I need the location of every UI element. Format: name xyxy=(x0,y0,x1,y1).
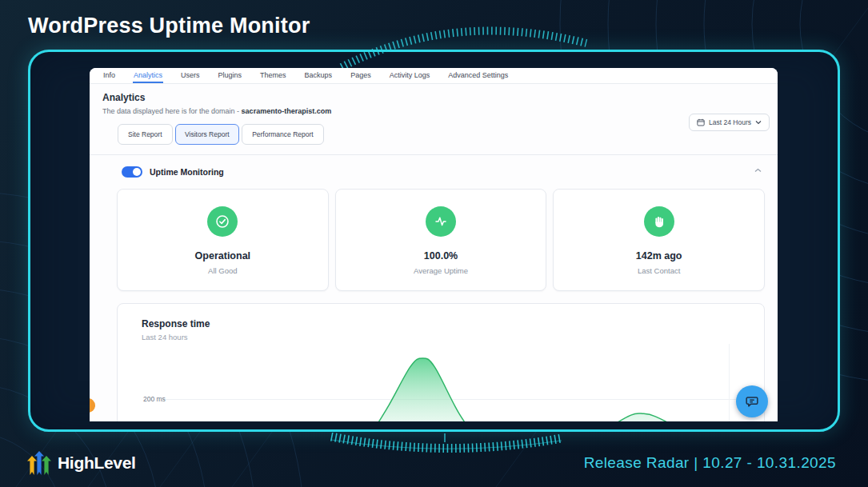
footer-bar: HighLevel Release Radar | 10.27 - 10.31.… xyxy=(0,445,868,487)
chevron-up-icon[interactable] xyxy=(754,168,762,173)
page-title: WordPress Uptime Monitor xyxy=(28,14,310,38)
highlevel-arrows-icon xyxy=(26,449,53,477)
response-time-area-chart xyxy=(118,304,765,421)
highlevel-logo: HighLevel xyxy=(26,449,136,477)
tab-themes[interactable]: Themes xyxy=(259,68,287,83)
response-time-card: 200 ms Response time Last 24 hours xyxy=(117,303,765,421)
status-label: Last Contact xyxy=(638,266,680,275)
uptime-monitoring-row: Uptime Monitoring xyxy=(90,155,778,184)
chat-fab-button[interactable] xyxy=(736,385,768,417)
app-tabbar: Info Analytics Users Plugins Themes Back… xyxy=(90,68,778,84)
tab-plugins[interactable]: Plugins xyxy=(218,68,243,83)
check-circle-icon xyxy=(207,206,238,237)
calendar-icon xyxy=(697,118,705,126)
performance-report-tab[interactable]: Performance Report xyxy=(242,124,324,145)
tab-users[interactable]: Users xyxy=(180,68,201,83)
status-card-operational: Operational All Good xyxy=(117,189,329,291)
date-range-label: Last 24 Hours xyxy=(709,118,751,126)
status-value: 142m ago xyxy=(636,250,682,261)
tab-pages[interactable]: Pages xyxy=(350,68,372,83)
chart-subtitle: Last 24 hours xyxy=(142,333,188,341)
report-tab-group: Site Report Visitors Report Performance … xyxy=(102,115,765,154)
app-screenshot: Info Analytics Users Plugins Themes Back… xyxy=(90,68,778,421)
hand-icon xyxy=(644,206,674,237)
uptime-monitoring-toggle[interactable] xyxy=(122,166,142,178)
chevron-down-icon xyxy=(755,120,762,125)
visitors-report-tab[interactable]: Visitors Report xyxy=(175,124,240,145)
tab-analytics[interactable]: Analytics xyxy=(133,68,163,83)
status-label: All Good xyxy=(208,266,237,275)
tab-info[interactable]: Info xyxy=(102,68,116,83)
analytics-header: Analytics The data displayed here is for… xyxy=(90,84,778,154)
analytics-domain-line: The data displayed here is for the domai… xyxy=(102,107,765,115)
status-card-last-contact: 142m ago Last Contact xyxy=(553,189,765,291)
domain-name: sacramento-therapist.com xyxy=(242,107,332,115)
chart-title: Response time xyxy=(142,318,210,329)
analytics-heading: Analytics xyxy=(102,92,765,103)
orange-beacon-dot xyxy=(90,398,95,413)
site-report-tab[interactable]: Site Report xyxy=(118,124,173,145)
status-label: Average Uptime xyxy=(414,266,468,275)
tab-activity-logs[interactable]: Activity Logs xyxy=(389,68,431,83)
chat-bubble-icon xyxy=(745,394,759,409)
release-radar-slide: WordPress Uptime Monitor Info Analytics … xyxy=(0,0,868,487)
date-range-button[interactable]: Last 24 Hours xyxy=(689,114,770,131)
pulse-icon xyxy=(426,206,456,237)
toggle-knob xyxy=(133,168,141,176)
status-value: Operational xyxy=(195,250,250,261)
status-card-row: Operational All Good 100.0% Average Upti… xyxy=(90,184,778,291)
tab-backups[interactable]: Backups xyxy=(304,68,334,83)
uptime-monitoring-label: Uptime Monitoring xyxy=(150,167,224,177)
status-value: 100.0% xyxy=(424,250,458,261)
brand-name: HighLevel xyxy=(58,453,136,473)
status-card-average-uptime: 100.0% Average Uptime xyxy=(335,189,547,291)
tab-advanced-settings[interactable]: Advanced Settings xyxy=(447,68,509,83)
domain-prefix: The data displayed here is for the domai… xyxy=(102,107,242,115)
feature-card: Info Analytics Users Plugins Themes Back… xyxy=(28,50,840,432)
release-radar-text: Release Radar | 10.27 - 10.31.2025 xyxy=(584,454,836,472)
